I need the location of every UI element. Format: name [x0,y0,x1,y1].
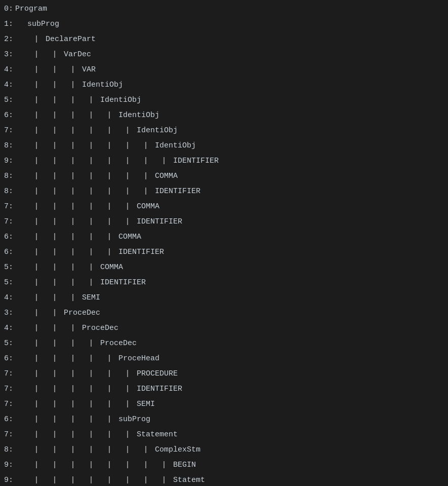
indent-pipe: | [137,172,155,180]
line-number: 6: [1,415,15,424]
indent-pipe: | [27,81,46,89]
indent-pipe: | [27,339,46,348]
line-number: 5: [1,263,15,272]
indent-pipe: | [82,248,100,256]
indent-pipe: | [64,339,82,348]
indent-pipe: | [82,385,100,393]
indent-pipe: | [27,263,46,272]
tree-line: 5: | | | | IDENTIFIER [0,275,448,290]
indent-pipe: | [64,278,82,287]
indent-pipe: | [82,233,100,241]
tree-line: 4: | | | VAR [0,62,448,77]
line-number: 7: [1,202,15,211]
indent-pipe: | [46,461,64,469]
indent-pipe: | [64,202,82,211]
indent-pipe: | [118,187,137,196]
indent-pipe: | [46,430,64,439]
node-label: COMMA [137,202,159,211]
line-number: 5: [1,278,15,287]
line-number: 4: [1,65,15,74]
indent-pipe: | [100,202,118,211]
indent-pipe: | [82,278,100,287]
indent-pipe: | [82,476,100,484]
indent-pipe: | [46,354,64,363]
indent-pipe: | [27,476,46,484]
indent-pipe: | [64,157,82,165]
indent-pipe: | [27,157,46,165]
indent-pipe: | [82,96,100,104]
indent-pipe: | [27,172,46,180]
node-label: ComplexStm [155,445,200,454]
tree-line: 7: | | | | | | IDENTIFIER [0,214,448,229]
indent-pipe: | [64,415,82,424]
indent-pipe: | [82,263,100,272]
indent-pipe: | [82,400,100,408]
line-number: 4: [1,324,15,332]
tree-line: 1: subProg [0,16,448,31]
indent-pipe: | [46,187,64,196]
indent-pipe: | [118,217,137,226]
tree-line: 8: | | | | | | | ComplexStm [0,442,448,457]
indent-pipe: | [27,445,46,454]
indent-pipe: | [46,126,64,135]
indent-pipe: | [82,111,100,120]
indent-pipe: | [46,445,64,454]
tree-line: 7: | | | | | | IdentiObj [0,123,448,138]
indent-pipe: | [46,339,64,348]
line-number: 0: [1,5,15,13]
line-number: 7: [1,400,15,408]
tree-line: 2: | DeclarePart [0,31,448,47]
node-label: COMMA [100,263,123,272]
indent-pipe: | [137,157,155,165]
tree-line: 6: | | | | | IdentiObj [0,107,448,123]
node-label: VarDec [64,50,91,59]
indent-pipe: | [27,111,46,120]
indent-pipe: | [100,430,118,439]
tree-line: 5: | | | | IdentiObj [0,92,448,107]
indent-pipe: | [82,445,100,454]
indent-pipe: | [27,141,46,150]
indent-pipe: | [46,278,64,287]
indent-pipe: | [118,476,137,484]
indent-pipe: | [64,217,82,226]
tree-line: 6: | | | | | COMMA [0,229,448,244]
indent-pipe: | [46,385,64,393]
indent-pipe: | [27,309,46,317]
node-label: ProceHead [118,354,159,363]
indent-pipe: | [100,141,118,150]
indent-pipe: | [64,385,82,393]
indent-pipe: | [64,461,82,469]
indent-pipe: | [118,126,137,135]
indent-pipe: | [27,385,46,393]
indent-pipe: | [27,400,46,408]
tree-line: 3: | | VarDec [0,47,448,62]
indent-pipe: | [64,400,82,408]
line-number: 6: [1,233,15,241]
tree-container: 0:Program1: subProg2: | DeclarePart3: | … [0,0,448,486]
indent-pipe: | [64,96,82,104]
line-number: 5: [1,96,15,104]
line-number: 3: [1,50,15,59]
node-label: SEMI [82,293,100,302]
indent-pipe: | [64,445,82,454]
indent-pipe: | [82,415,100,424]
indent-pipe: | [46,141,64,150]
indent-pipe: | [27,293,46,302]
indent-pipe: | [100,385,118,393]
node-label: ProceDec [82,324,118,332]
indent-pipe: | [82,339,100,348]
tree-line: 3: | | ProceDec [0,305,448,320]
node-label: BEGIN [173,461,196,469]
indent-pipe: | [100,187,118,196]
indent-pipe: | [46,369,64,378]
indent-pipe: | [82,126,100,135]
indent-pipe: | [100,157,118,165]
tree-line: 6: | | | | | ProceHead [0,351,448,366]
line-number: 4: [1,293,15,302]
indent-pipe: | [118,430,137,439]
node-label: SEMI [137,400,155,408]
line-number: 8: [1,172,15,180]
indent-pipe: | [100,126,118,135]
indent-pipe: | [46,476,64,484]
tree-lines-wrapper: 0:Program1: subProg2: | DeclarePart3: | … [0,1,448,486]
